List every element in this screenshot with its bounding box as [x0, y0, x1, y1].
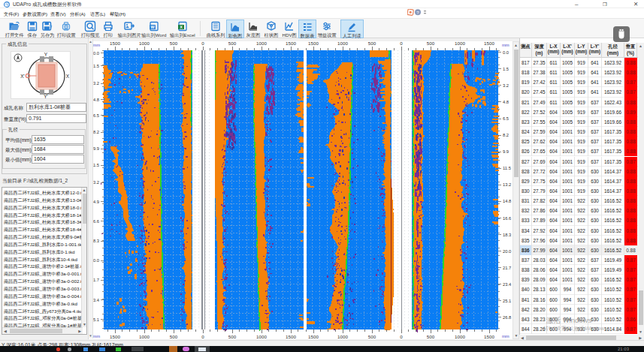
- svg-text:18.3: 18.3: [503, 233, 511, 237]
- svg-text:500: 500: [228, 41, 237, 46]
- svg-text:4.8: 4.8: [503, 100, 509, 104]
- svg-text:13.2: 13.2: [503, 182, 511, 187]
- svg-text:1500: 1500: [308, 41, 319, 46]
- svg-text:500: 500: [368, 41, 376, 46]
- svg-text:21.7: 21.7: [503, 266, 511, 270]
- svg-text:mm: mm: [92, 334, 100, 338]
- svg-text:26.8: 26.8: [503, 315, 511, 320]
- svg-text:1500: 1500: [286, 334, 296, 339]
- svg-text:3.2: 3.2: [93, 81, 99, 86]
- svg-text:0: 0: [201, 41, 204, 46]
- svg-text:9.9: 9.9: [93, 146, 99, 151]
- svg-text:mm: mm: [92, 43, 100, 47]
- svg-text:1000: 1000: [337, 41, 348, 46]
- svg-text:25.1: 25.1: [503, 299, 511, 303]
- svg-text:mm: mm: [502, 43, 509, 47]
- svg-text:Y: Y: [44, 52, 48, 57]
- svg-text:W: W: [150, 25, 155, 29]
- svg-text:500: 500: [427, 41, 435, 46]
- svg-text:0: 0: [400, 334, 403, 339]
- svg-text:16.6: 16.6: [503, 216, 511, 221]
- svg-text:500: 500: [427, 334, 435, 339]
- svg-text:mm: mm: [502, 334, 509, 338]
- svg-text:6.5: 6.5: [93, 113, 99, 118]
- svg-text:1000: 1000: [455, 334, 465, 339]
- svg-text:8.2: 8.2: [503, 133, 509, 137]
- svg-text:1000: 1000: [139, 334, 150, 339]
- svg-text:Y': Y': [44, 94, 48, 98]
- svg-text:20.0: 20.0: [503, 249, 511, 254]
- svg-text:4.8: 4.8: [93, 98, 99, 102]
- svg-text:1000: 1000: [256, 334, 267, 339]
- svg-text:14.8: 14.8: [503, 199, 511, 203]
- svg-text:500: 500: [368, 334, 376, 339]
- svg-text:1000: 1000: [337, 334, 348, 339]
- svg-text:3.2: 3.2: [503, 83, 509, 88]
- svg-text:1500: 1500: [484, 41, 494, 46]
- svg-text:1000: 1000: [455, 41, 465, 46]
- svg-text:1500: 1500: [484, 334, 494, 339]
- svg-text:9.9: 9.9: [503, 149, 509, 154]
- svg-text:0: 0: [201, 334, 204, 339]
- svg-text:1500: 1500: [110, 334, 120, 339]
- svg-text:1000: 1000: [139, 41, 150, 46]
- svg-text:6.5: 6.5: [503, 116, 509, 121]
- svg-text:8.2: 8.2: [93, 130, 99, 134]
- svg-text:11.5: 11.5: [503, 166, 511, 170]
- svg-text:X: X: [180, 25, 183, 29]
- svg-text:1500: 1500: [110, 41, 120, 46]
- svg-text:1.5: 1.5: [503, 67, 509, 71]
- svg-text:1000: 1000: [256, 41, 267, 46]
- svg-text:1500: 1500: [286, 41, 296, 46]
- svg-text:1.5: 1.5: [93, 64, 99, 68]
- svg-text:X': X': [20, 74, 25, 79]
- svg-text:0.0: 0.0: [503, 50, 509, 55]
- svg-text:500: 500: [170, 41, 178, 46]
- svg-text:500: 500: [228, 334, 237, 339]
- svg-text:500: 500: [170, 334, 178, 339]
- svg-text:1500: 1500: [308, 334, 319, 339]
- svg-text:23.4: 23.4: [503, 282, 512, 287]
- svg-text:X: X: [66, 74, 70, 79]
- svg-text:0: 0: [400, 41, 403, 46]
- svg-text:0.0: 0.0: [93, 51, 99, 56]
